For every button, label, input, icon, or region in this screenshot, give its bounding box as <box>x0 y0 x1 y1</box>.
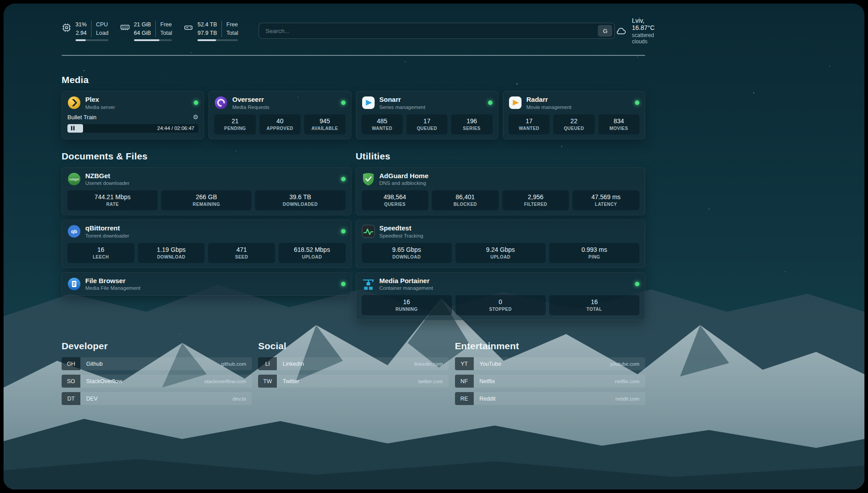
nzbget-status-dot <box>341 177 346 181</box>
plex-link[interactable]: Plex Media server <box>67 96 198 110</box>
portainer-stats: 16 RUNNING 0 STOPPED 16 TOTAL <box>362 295 640 315</box>
stat-value: 744.21 Mbps <box>69 193 156 201</box>
bookmark-abbr: SO <box>62 375 80 388</box>
overseerr-link[interactable]: Overseerr Media Requests <box>214 96 345 110</box>
overseerr-status-dot <box>341 100 346 105</box>
stat-label: SEED <box>210 255 273 259</box>
stat-value: 47.569 ms <box>574 193 638 201</box>
memory-progress-bar <box>134 39 172 41</box>
plex-icon <box>67 96 81 109</box>
radarr-status-dot <box>635 100 639 105</box>
stat-box: 0 STOPPED <box>455 295 546 315</box>
qbittorrent-icon: qb <box>67 225 81 238</box>
sonarr-link[interactable]: Sonarr Series management <box>362 96 492 110</box>
stat-value: 498,564 <box>363 193 427 201</box>
section-documents: Documents & Files nzbget <box>62 151 351 296</box>
stat-label: RUNNING <box>363 307 450 312</box>
radarr-subtitle: Movie management <box>526 104 572 110</box>
bookmark-netflix[interactable]: NF Netflix netflix.com <box>455 375 645 388</box>
stat-value: 9.65 Gbps <box>363 246 450 253</box>
section-title-utilities: Utilities <box>356 151 646 162</box>
nzbget-link[interactable]: nzbget NZBGet Usenet downloader <box>67 172 346 186</box>
stat-value: 22 <box>555 117 593 125</box>
section-social: Social LI LinkedIn linkedin.com TW Twitt… <box>258 341 448 392</box>
plex-now-playing: Bullet Train ⚙ 24:44 / 02:06:47 <box>67 114 198 133</box>
adguard-link[interactable]: AdGuard Home DNS and adblocking <box>362 172 640 186</box>
topbar-divider <box>62 55 645 56</box>
bookmark-abbr: DT <box>62 392 80 405</box>
disk-free-value: 52.4 TB <box>197 21 217 29</box>
stat-value: 196 <box>453 117 490 125</box>
stat-box: 17 QUEUED <box>406 114 447 134</box>
stat-value: 21 <box>216 117 254 125</box>
bookmark-url: reddit.com <box>615 392 645 405</box>
qbittorrent-link[interactable]: qb qBittorrent Torrent downloader <box>67 225 346 238</box>
disk-icon <box>184 23 193 33</box>
bookmark-youtube[interactable]: YT YouTube youtube.com <box>455 357 645 370</box>
radarr-link[interactable]: Radarr Movie management <box>509 96 639 110</box>
stat-label: PENDING <box>216 126 254 131</box>
stat-value: 485 <box>363 117 401 125</box>
sonarr-subtitle: Series management <box>380 104 426 110</box>
stat-label: UPLOAD <box>280 255 344 259</box>
bookmark-url: netflix.com <box>615 375 645 388</box>
stat-value: 945 <box>306 117 343 125</box>
bookmark-twitter[interactable]: TW Twitter twitter.com <box>258 375 448 388</box>
bookmark-github[interactable]: GH Github github.com <box>62 357 252 370</box>
cpu-progress-bar <box>75 39 108 41</box>
bookmark-name: DEV <box>80 392 98 405</box>
stat-label: LATENCY <box>574 202 638 207</box>
search-bar: G <box>259 23 615 39</box>
sonarr-title: Sonarr <box>380 96 426 104</box>
disk-widget: 52.4 TB Free 97.9 TB Total <box>184 21 238 41</box>
stat-label: PING <box>551 255 638 259</box>
memory-total-label: Total <box>155 29 172 37</box>
portainer-subtitle: Container management <box>380 285 433 291</box>
bookmark-reddit[interactable]: RE Reddit reddit.com <box>455 392 645 405</box>
qbittorrent-icon-text: qb <box>71 229 77 234</box>
stat-value: 16 <box>551 298 638 305</box>
speedtest-card: Speedtest Speedtest Tracking 9.65 Gbps D… <box>356 220 646 268</box>
nzbget-icon: nzbget <box>67 172 81 186</box>
cpu-load-value: 2.94 <box>75 29 87 37</box>
stat-label: WANTED <box>363 126 401 131</box>
stat-box: 196 SERIES <box>451 114 492 134</box>
bookmark-dev[interactable]: DT DEV dev.to <box>62 392 252 405</box>
portainer-link[interactable]: Media Portainer Container management <box>362 277 640 291</box>
stat-label: QUEUED <box>555 126 593 131</box>
section-title-developer: Developer <box>62 341 252 351</box>
dashboard-content: 31% CPU 2.94 Load <box>62 4 645 409</box>
adguard-subtitle: DNS and adblocking <box>380 180 429 186</box>
stat-label: WANTED <box>510 126 548 131</box>
bookmark-linkedin[interactable]: LI LinkedIn linkedin.com <box>258 357 448 370</box>
plex-card: Plex Media server Bullet Train ⚙ <box>62 91 204 139</box>
gear-icon[interactable]: ⚙ <box>193 114 199 120</box>
filebrowser-icon <box>67 277 81 291</box>
stat-box: 0.993 ms PING <box>549 243 639 263</box>
stat-box: 744.21 Mbps RATE <box>67 190 158 210</box>
sonarr-status-dot <box>488 100 492 105</box>
search-input[interactable] <box>265 28 598 34</box>
portainer-status-dot <box>635 282 639 286</box>
disk-total-value: 97.9 TB <box>197 29 217 37</box>
bookmark-abbr: GH <box>62 357 80 370</box>
speedtest-link[interactable]: Speedtest Speedtest Tracking <box>362 225 640 238</box>
stat-box: 47.569 ms LATENCY <box>572 190 639 210</box>
filebrowser-link[interactable]: File Browser Media File Management <box>67 277 346 291</box>
playback-progress-bar: 24:44 / 02:06:47 <box>67 124 198 133</box>
nzbget-title: NZBGet <box>85 172 129 180</box>
stat-box: 485 WANTED <box>362 114 403 134</box>
bookmark-stackoverflow[interactable]: SO StackOverflow stackoverflow.com <box>62 375 252 388</box>
stat-value: 0 <box>457 298 544 305</box>
stat-label: DOWNLOAD <box>363 255 450 259</box>
stat-value: 86,401 <box>434 193 497 201</box>
nzbget-subtitle: Usenet downloader <box>85 180 129 186</box>
adguard-card: AdGuard Home DNS and adblocking 498,564 … <box>356 167 646 216</box>
search-engine-button[interactable]: G <box>598 25 612 37</box>
portainer-title: Media Portainer <box>380 277 433 285</box>
plex-status-dot <box>194 100 198 105</box>
stat-value: 266 GB <box>163 193 250 201</box>
stat-value: 16 <box>363 298 450 305</box>
memory-icon <box>120 23 130 33</box>
bookmark-abbr: YT <box>455 357 474 370</box>
